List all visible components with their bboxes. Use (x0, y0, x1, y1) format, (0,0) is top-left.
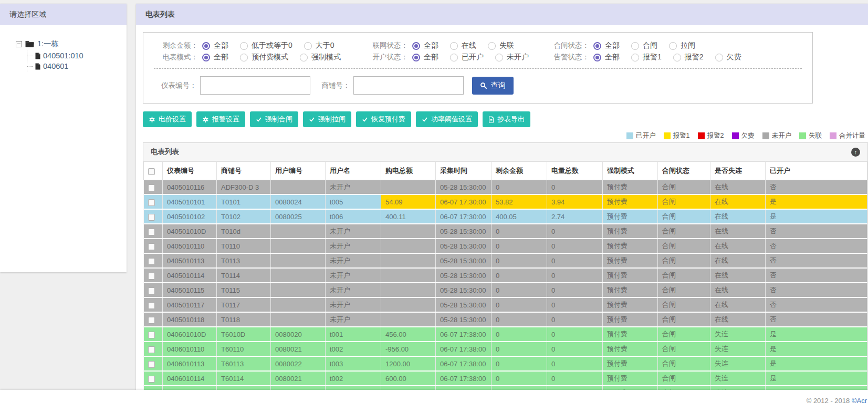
radio-icon[interactable] (240, 42, 248, 50)
radio-option[interactable]: 报警1 (631, 53, 662, 62)
meter-no-input[interactable] (200, 76, 310, 95)
action-button-meter-export[interactable]: 抄表导出 (483, 111, 530, 127)
row-checkbox[interactable] (148, 361, 155, 368)
row-checkbox[interactable] (148, 346, 155, 353)
radio-icon[interactable] (300, 54, 308, 61)
radio-option[interactable]: 大于0 (304, 41, 334, 50)
radio-option[interactable]: 全部 (593, 41, 620, 50)
radio-icon[interactable] (488, 42, 496, 50)
table-row[interactable]: 0406010110T601100080021t002-956.0006-07 … (144, 342, 867, 356)
radio-option[interactable]: 拉闸 (669, 41, 695, 50)
action-button-alarm-settings[interactable]: 报警设置 (196, 111, 245, 127)
radio-option[interactable]: 欠费 (715, 53, 741, 62)
radio-icon[interactable] (715, 54, 723, 61)
radio-option-label: 欠费 (727, 53, 741, 62)
row-checkbox[interactable] (148, 199, 155, 206)
row-checkbox[interactable] (148, 317, 155, 324)
radio-option[interactable]: 强制模式 (300, 53, 341, 62)
tree-node-leaf[interactable]: 040601 (27, 61, 122, 71)
table-row[interactable]: 0405010114T0114未开户05-28 15:30:0000预付费合闸在… (144, 268, 867, 283)
radio-selected-icon[interactable] (593, 42, 601, 50)
action-button-price-settings[interactable]: 电价设置 (143, 111, 192, 127)
radio-option[interactable]: 在线 (450, 41, 476, 50)
table-row[interactable]: 0405010101T01010080024t00554.0906-07 17:… (144, 194, 867, 209)
table-cell: 0406010114 (163, 371, 217, 386)
main-title: 电表列表 (136, 4, 868, 25)
table-cell: 0 (491, 371, 547, 386)
action-button-power-threshold[interactable]: 功率阈值设置 (416, 111, 478, 127)
radio-icon[interactable] (673, 54, 681, 61)
action-button-force-close[interactable]: 强制合闸 (250, 111, 298, 127)
row-checkbox[interactable] (148, 258, 155, 265)
radio-selected-icon[interactable] (202, 42, 210, 50)
table-cell: 53.82 (491, 194, 547, 209)
radio-option[interactable]: 合闸 (631, 41, 657, 50)
filter-group-remaining-amount: 剩余金额：全部低于或等于0大于0 (154, 41, 364, 50)
collapse-up-icon[interactable]: ↑ (851, 148, 860, 157)
table-row[interactable]: 0405010102T01020080025t006400.1106-07 17… (144, 209, 867, 224)
select-all-checkbox[interactable] (148, 168, 155, 175)
radio-icon[interactable] (631, 42, 639, 50)
table-row[interactable]: 0406010114T601140080021t002600.0006-07 1… (144, 371, 867, 386)
table-cell: 是 (766, 327, 867, 342)
collapse-minus-icon[interactable] (16, 41, 22, 47)
table-row[interactable]: 0405010113T0113未开户05-28 15:30:0000预付费合闸在… (144, 253, 867, 268)
row-checkbox[interactable] (148, 332, 155, 338)
row-checkbox[interactable] (148, 184, 155, 191)
file-icon (35, 63, 40, 70)
radio-option[interactable]: 全部 (412, 41, 438, 50)
radio-option[interactable]: 全部 (202, 41, 228, 50)
radio-selected-icon[interactable] (412, 54, 420, 61)
radio-selected-icon[interactable] (202, 54, 210, 61)
radio-option[interactable]: 预付费模式 (240, 53, 288, 62)
row-checkbox-cell (144, 356, 163, 371)
row-checkbox-cell (144, 327, 163, 342)
copyright-link[interactable]: ©Acr (852, 397, 867, 405)
tree-node-leaf[interactable]: 040501:010 (27, 50, 122, 61)
row-checkbox[interactable] (148, 302, 155, 309)
table-row[interactable]: 0405010116ADF300-D 3未开户05-28 15:30:0000预… (144, 180, 867, 195)
radio-option[interactable]: 全部 (593, 53, 620, 62)
action-button-restore-prepaid[interactable]: 恢复预付费 (356, 111, 411, 127)
radio-icon[interactable] (450, 42, 458, 50)
radio-selected-icon[interactable] (412, 42, 420, 50)
table-row[interactable]: 0405010115T0115未开户05-28 15:30:0000预付费合闸在… (144, 283, 867, 297)
radio-selected-icon[interactable] (593, 54, 601, 61)
radio-icon[interactable] (240, 54, 248, 61)
table-row[interactable]: 0405010118T0118未开户05-28 15:30:0000预付费合闸在… (144, 312, 867, 327)
radio-icon[interactable] (631, 54, 639, 61)
table-row[interactable]: 040601010DT6010D0080020t001456.0006-07 1… (144, 327, 867, 342)
table-cell: 600.00 (381, 371, 436, 386)
table-cell: 05-28 15:30:00 (436, 312, 491, 327)
radio-option[interactable]: 全部 (412, 53, 438, 62)
radio-option[interactable]: 已开户 (450, 53, 484, 62)
row-checkbox[interactable] (148, 229, 155, 235)
tree-root-label: 1:一栋 (37, 39, 59, 49)
row-checkbox[interactable] (148, 214, 155, 221)
table-row[interactable]: 040501010DT010d未开户05-28 15:30:0000预付费合闸在… (144, 224, 867, 239)
search-button[interactable]: 查询 (472, 77, 514, 95)
radio-icon[interactable] (495, 54, 503, 61)
radio-option[interactable]: 未开户 (495, 53, 529, 62)
table-cell: 未开户 (326, 224, 381, 239)
radio-option[interactable]: 全部 (202, 53, 228, 62)
table-row[interactable]: 0405010117T0117未开户05-28 15:30:0000预付费合闸在… (144, 297, 867, 312)
row-checkbox[interactable] (148, 287, 155, 294)
radio-option[interactable]: 报警2 (673, 53, 704, 62)
table-row[interactable]: 0406010113T601130080022t0031200.0006-07 … (144, 356, 867, 371)
row-checkbox[interactable] (148, 273, 155, 280)
table-cell: 0 (491, 239, 547, 253)
radio-option[interactable]: 失联 (488, 41, 514, 50)
radio-icon[interactable] (669, 42, 677, 50)
radio-icon[interactable] (304, 42, 312, 50)
radio-icon[interactable] (450, 54, 458, 61)
table-cell (381, 180, 436, 195)
table-row[interactable]: 0406010115T601150080023t0042444.0006-07 … (144, 386, 867, 390)
table-row[interactable]: 0405010110T0110未开户05-28 15:30:0000预付费合闸在… (144, 239, 867, 253)
shop-no-input[interactable] (353, 76, 464, 95)
radio-option[interactable]: 低于或等于0 (240, 41, 292, 50)
row-checkbox[interactable] (148, 376, 155, 383)
tree-node-root[interactable]: 1:一栋 (16, 39, 122, 49)
action-button-force-open[interactable]: 强制拉闸 (303, 111, 351, 127)
row-checkbox[interactable] (148, 243, 155, 250)
